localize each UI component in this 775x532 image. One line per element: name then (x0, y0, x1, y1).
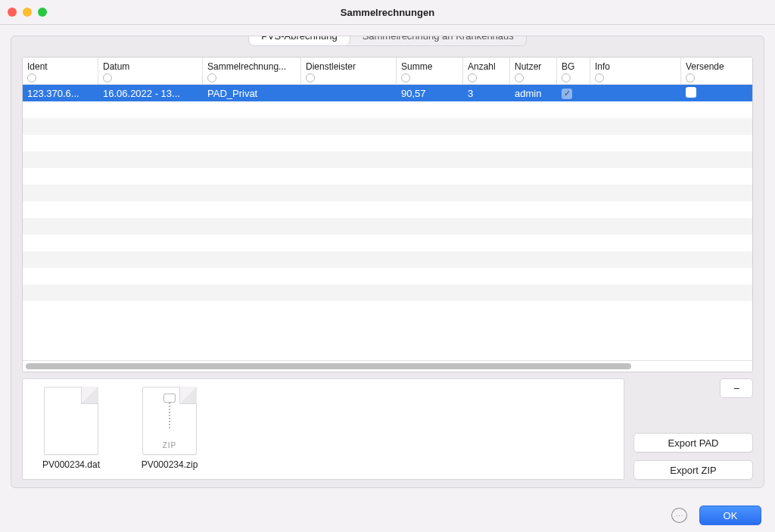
cell-ident: 123.370.6... (23, 88, 98, 99)
horizontal-scrollbar[interactable] (23, 360, 752, 372)
minimize-icon[interactable] (23, 8, 32, 17)
col-dienstleister[interactable]: Dienstleister (301, 58, 397, 84)
col-ident[interactable]: Ident (23, 58, 98, 84)
filter-icon[interactable] (686, 73, 695, 82)
table-row[interactable] (23, 101, 752, 118)
file-type-label: ZIP (143, 441, 196, 450)
remove-button[interactable]: − (720, 378, 753, 398)
file-item[interactable]: ZIP PV000234.zip (132, 387, 207, 470)
content: PVS-Abrechnung Sammelrechnung an Kranken… (0, 25, 775, 499)
scrollbar-thumb[interactable] (26, 363, 631, 369)
col-sammelrechnung[interactable]: Sammelrechnung... (203, 58, 301, 84)
file-name: PV000234.dat (42, 459, 100, 470)
table-row[interactable] (23, 201, 752, 218)
col-bg[interactable]: BG (557, 58, 590, 84)
file-item[interactable]: PV000234.dat (33, 387, 109, 470)
table-row[interactable]: 123.370.6... 16.06.2022 - 13... PAD_Priv… (23, 85, 752, 101)
window-title: Sammelrechnungen (8, 7, 767, 18)
table-row[interactable] (23, 168, 752, 185)
col-versendet[interactable]: Versende (681, 58, 752, 84)
table-row[interactable] (23, 251, 752, 268)
close-icon[interactable] (8, 8, 17, 17)
export-zip-button[interactable]: Export ZIP (633, 460, 753, 480)
filter-icon[interactable] (401, 73, 410, 82)
filter-icon[interactable] (595, 73, 604, 82)
window-controls (8, 8, 47, 17)
col-info[interactable]: Info (590, 58, 681, 84)
tab-sammelrechnung-krankenhaus[interactable]: Sammelrechnung an Krankenhaus (350, 36, 526, 45)
filter-icon[interactable] (515, 73, 524, 82)
table-row[interactable] (23, 151, 752, 168)
versendet-checkbox[interactable] (686, 87, 696, 98)
ok-button[interactable]: OK (699, 506, 761, 525)
maximize-icon[interactable] (38, 8, 47, 17)
file-name: PV000234.zip (142, 459, 198, 470)
col-datum[interactable]: Datum (98, 58, 203, 84)
cell-anzahl: 3 (463, 88, 510, 99)
file-area: PV000234.dat ZIP PV000234.zip (22, 378, 624, 480)
table-row[interactable] (23, 185, 752, 201)
lower-area: PV000234.dat ZIP PV000234.zip − Export P… (22, 378, 753, 480)
cell-sammel: PAD_Privat (203, 88, 301, 99)
titlebar: Sammelrechnungen (0, 0, 775, 25)
bg-checkbox[interactable] (562, 89, 572, 99)
table-row[interactable] (23, 135, 752, 151)
main-panel: PVS-Abrechnung Sammelrechnung an Kranken… (11, 36, 764, 488)
window: Sammelrechnungen PVS-Abrechnung Sammelre… (0, 0, 775, 532)
minus-icon: − (733, 382, 739, 394)
footer: ··· OK (0, 499, 775, 532)
more-options-icon[interactable]: ··· (671, 508, 687, 523)
table-row[interactable] (23, 235, 752, 251)
filter-icon[interactable] (103, 73, 112, 82)
filter-icon[interactable] (468, 73, 477, 82)
table-row[interactable] (23, 268, 752, 285)
cell-versendet (681, 87, 752, 100)
col-nutzer[interactable]: Nutzer (510, 58, 557, 84)
cell-summe: 90,57 (397, 88, 463, 99)
col-anzahl[interactable]: Anzahl (463, 58, 510, 84)
side-buttons: − Export PAD Export ZIP (633, 378, 753, 480)
col-summe[interactable]: Summe (397, 58, 463, 84)
cell-nutzer: admin (510, 88, 557, 99)
file-dat-icon (44, 387, 98, 455)
file-zip-icon: ZIP (142, 387, 197, 455)
table-row[interactable] (23, 285, 752, 301)
tab-bar: PVS-Abrechnung Sammelrechnung an Kranken… (11, 36, 764, 46)
invoice-table: Ident Datum Sammelrechnung... Dienstleis… (22, 57, 753, 372)
filter-icon[interactable] (306, 73, 315, 82)
export-pad-button[interactable]: Export PAD (633, 433, 753, 453)
tab-pvs-abrechnung[interactable]: PVS-Abrechnung (249, 36, 350, 45)
filter-icon[interactable] (562, 73, 571, 82)
cell-bg (557, 87, 590, 99)
table-row[interactable] (23, 118, 752, 135)
filter-icon[interactable] (207, 73, 216, 82)
table-header: Ident Datum Sammelrechnung... Dienstleis… (23, 58, 752, 85)
table-body: 123.370.6... 16.06.2022 - 13... PAD_Priv… (23, 85, 752, 360)
filter-icon[interactable] (27, 73, 36, 82)
cell-datum: 16.06.2022 - 13... (98, 88, 203, 99)
table-row[interactable] (23, 218, 752, 235)
